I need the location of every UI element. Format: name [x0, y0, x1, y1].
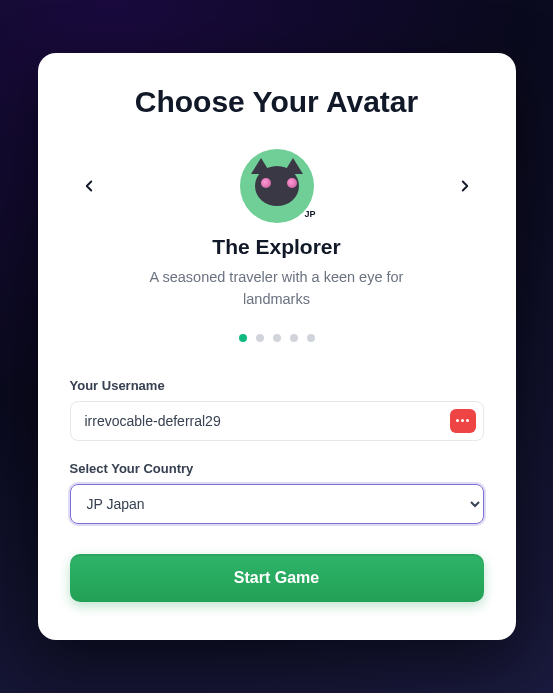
pager-dot[interactable]	[239, 334, 247, 342]
avatar-carousel: JP The Explorer A seasoned traveler with…	[70, 141, 484, 371]
pager-dot[interactable]	[307, 334, 315, 342]
prev-avatar-button[interactable]	[76, 173, 102, 199]
avatar-flag-chip: JP	[302, 209, 317, 219]
chevron-right-icon	[456, 177, 474, 195]
avatar-description: A seasoned traveler with a keen eye for …	[127, 267, 427, 309]
avatar-name: The Explorer	[70, 235, 484, 259]
country-select[interactable]: JP Japan	[70, 484, 484, 524]
pager-dot[interactable]	[256, 334, 264, 342]
avatar-preview: JP	[240, 149, 314, 223]
start-game-button[interactable]: Start Game	[70, 554, 484, 602]
regenerate-username-button[interactable]	[450, 409, 476, 433]
carousel-pager	[70, 334, 484, 342]
dots-icon	[456, 419, 469, 422]
avatar-setup-card: Choose Your Avatar JP	[38, 53, 516, 639]
pager-dot[interactable]	[290, 334, 298, 342]
avatar-illustration	[251, 162, 303, 210]
page-title: Choose Your Avatar	[70, 85, 484, 119]
username-field-group: Your Username	[70, 378, 484, 441]
pager-dot[interactable]	[273, 334, 281, 342]
country-field-group: Select Your Country JP Japan	[70, 461, 484, 524]
next-avatar-button[interactable]	[452, 173, 478, 199]
country-label: Select Your Country	[70, 461, 484, 476]
username-label: Your Username	[70, 378, 484, 393]
username-input[interactable]	[70, 401, 484, 441]
avatar-image: JP	[240, 149, 314, 223]
chevron-left-icon	[80, 177, 98, 195]
